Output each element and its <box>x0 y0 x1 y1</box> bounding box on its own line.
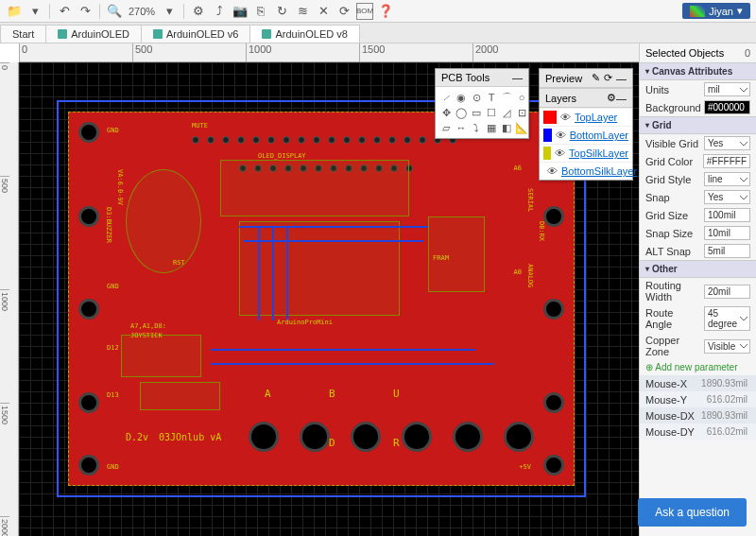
share-icon[interactable]: ⤴ <box>211 3 228 20</box>
arc-tool-icon[interactable]: ⌒ <box>500 91 513 104</box>
grid-color-input[interactable]: #FFFFFF <box>703 154 750 168</box>
layer-row[interactable]: 👁TopSilkLayer <box>540 144 632 162</box>
open-folder-icon[interactable]: 📁 <box>6 3 23 20</box>
group-tool-icon[interactable]: ⊡ <box>515 106 528 119</box>
minimize-icon[interactable]: — <box>512 72 523 83</box>
circle-tool-icon[interactable]: ○ <box>515 91 528 104</box>
copper-zone-select[interactable]: Visible <box>704 339 750 354</box>
pcb-tools-title: PCB Tools <box>441 72 490 83</box>
grid-size-input[interactable]: 100mil <box>704 208 750 222</box>
add-parameter-button[interactable]: Add new parameter <box>640 359 756 375</box>
other-header[interactable]: Other <box>640 260 756 278</box>
pcb-copper: MUTE ON OFF OLED_DISPLAY D3:BUZZER VA:6.… <box>68 112 575 486</box>
snap-select[interactable]: Yes <box>704 190 750 204</box>
protractor-icon[interactable]: ◿ <box>500 106 513 119</box>
layer-color-swatch[interactable] <box>543 111 557 124</box>
solid-region-icon[interactable]: ◧ <box>500 121 513 134</box>
layer-color-swatch[interactable] <box>543 147 551 160</box>
preview-title: Preview <box>545 73 582 84</box>
dimension-tool-icon[interactable]: ↔ <box>455 121 468 134</box>
connect-tool-icon[interactable]: ⤵ <box>470 121 483 134</box>
track-tool-icon[interactable]: ⟋ <box>439 91 453 104</box>
move-tool-icon[interactable]: ✥ <box>439 106 453 119</box>
canvas-attributes-header[interactable]: Canvas Attributes <box>640 62 756 80</box>
zoom-icon[interactable]: 🔍 <box>106 3 123 20</box>
layer-name-link[interactable]: BottomSilkLayer <box>561 165 637 177</box>
ask-question-button[interactable]: Ask a question <box>638 498 747 527</box>
ruler-vertical: 0500100015002000 <box>0 62 19 536</box>
grid-header[interactable]: Grid <box>640 116 756 134</box>
tab-doc-0[interactable]: ArduinOLED <box>45 25 142 43</box>
gear-layers-icon[interactable]: ⚙ <box>607 92 616 104</box>
layer-name-link[interactable]: BottomLayer <box>570 130 628 141</box>
refresh-preview-icon[interactable]: ⟳ <box>604 72 612 84</box>
layer-row[interactable]: 👁BottomLayer <box>540 126 632 144</box>
pcb-icon <box>262 29 271 39</box>
eye-icon[interactable]: 👁 <box>555 147 565 159</box>
via-tool-icon[interactable]: ⊙ <box>470 91 483 104</box>
eye-icon[interactable]: 👁 <box>547 165 558 177</box>
layer-row[interactable]: 👁TopLayer <box>540 108 632 126</box>
copper-area-icon[interactable]: ▦ <box>485 121 498 134</box>
tab-doc-1[interactable]: ArduinOLED v6 <box>141 25 250 43</box>
background-input[interactable]: #000000 <box>704 100 750 114</box>
snap-size-input[interactable]: 10mil <box>704 226 750 240</box>
units-select[interactable]: mil <box>704 82 750 96</box>
pcb-icon <box>58 29 67 39</box>
pcb-board[interactable]: MUTE ON OFF OLED_DISPLAY D3:BUZZER VA:6.… <box>57 100 586 497</box>
mouse-x-value: 1890.93mil <box>698 377 750 389</box>
gear-icon[interactable]: ⚙ <box>190 3 207 20</box>
history-icon[interactable]: ↻ <box>273 3 290 20</box>
layer-name-link[interactable]: TopSilkLayer <box>569 147 628 159</box>
layer-color-swatch[interactable] <box>543 129 552 142</box>
pcb-tools-palette[interactable]: PCB Tools— ⟋ ◉ ⊙ T ⌒ ○ ✥ ◯ ▭ ☐ ◿ ⊡ ▱ ↔ ⤵… <box>435 68 529 139</box>
snap-label: Snap <box>645 192 700 203</box>
rect-tool-icon[interactable]: ▱ <box>439 121 453 134</box>
minimize-layers-icon[interactable]: — <box>616 93 627 104</box>
mouse-dx-value: 1890.93mil <box>698 409 750 422</box>
user-badge[interactable]: Jiyan▾ <box>682 3 750 19</box>
minimize-preview-icon[interactable]: — <box>616 73 627 84</box>
pad-tool-icon[interactable]: ◉ <box>455 91 468 104</box>
canvas-tool-icon[interactable]: ☐ <box>485 106 498 119</box>
alt-snap-label: ALT Snap <box>645 246 700 257</box>
camera-icon[interactable]: 📷 <box>232 3 249 20</box>
tools-icon[interactable]: ✕ <box>315 3 332 20</box>
image-tool-icon[interactable]: ▭ <box>470 106 483 119</box>
canvas-area: 0500100015002000 0500100015002000 <box>0 43 639 536</box>
eye-icon[interactable]: 👁 <box>556 130 566 141</box>
hole-tool-icon[interactable]: ◯ <box>455 106 468 119</box>
alt-snap-input[interactable]: 5mil <box>704 244 750 258</box>
redo-icon[interactable]: ↷ <box>77 3 94 20</box>
visible-grid-label: Visible Grid <box>645 138 700 149</box>
export-icon[interactable]: ⎘ <box>252 3 269 20</box>
visible-grid-select[interactable]: Yes <box>704 136 750 150</box>
pencil-icon[interactable]: ✎ <box>592 72 600 84</box>
refresh-icon[interactable]: ⟳ <box>335 3 352 20</box>
undo-icon[interactable]: ↶ <box>56 3 73 20</box>
ruler-horizontal: 0500100015002000 <box>19 43 639 62</box>
routing-width-input[interactable]: 20mil <box>704 285 750 299</box>
document-tabs: Start ArduinOLED ArduinOLED v6 ArduinOLE… <box>0 23 756 43</box>
tab-doc-2[interactable]: ArduinOLED v8 <box>249 25 359 43</box>
measure-tool-icon[interactable]: 📐 <box>515 121 528 134</box>
tab-start[interactable]: Start <box>0 25 46 43</box>
help-icon[interactable]: ❓ <box>377 3 394 20</box>
layer-name-link[interactable]: TopLayer <box>575 112 617 123</box>
text-tool-icon[interactable]: T <box>485 91 498 104</box>
eye-icon[interactable]: 👁 <box>560 112 571 123</box>
grid-style-select[interactable]: line <box>704 172 750 186</box>
wave-icon[interactable]: ≋ <box>294 3 311 20</box>
preview-layers-panel[interactable]: Preview ✎ ⟳ — Layers ⚙ — 👁TopLayer👁Botto… <box>539 68 633 181</box>
chevron-down-icon[interactable]: ▾ <box>26 3 43 20</box>
bom-icon[interactable]: BOM <box>356 3 373 20</box>
mouse-dy-value: 616.02mil <box>704 425 750 438</box>
layers-title: Layers <box>545 93 576 104</box>
route-angle-select[interactable]: 45 degree <box>704 306 750 331</box>
grid-color-label: Grid Color <box>645 156 699 167</box>
mouse-dy-label: Mouse-DY <box>645 426 700 438</box>
layer-row[interactable]: 👁BottomSilkLayer <box>540 162 632 180</box>
mouse-y-label: Mouse-Y <box>645 394 700 406</box>
mouse-dx-label: Mouse-DX <box>645 410 695 422</box>
zoom-dropdown-icon[interactable]: ▾ <box>161 3 178 20</box>
